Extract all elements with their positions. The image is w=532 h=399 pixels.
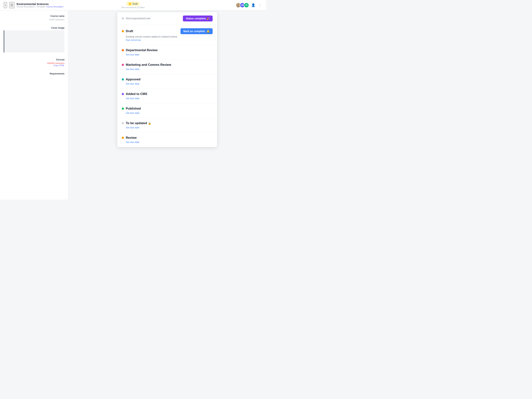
status-left-draft: Draft: [122, 29, 133, 33]
avatar-jd: JD: [244, 3, 249, 8]
status-name-not-populated: Not populated yet: [126, 17, 150, 20]
field-excerpt: Excerpt 449/400 characters Copy HTML: [4, 58, 64, 66]
header-right: AE JD 👤 ⋮: [236, 2, 262, 8]
draft-status-badge[interactable]: 🟡 Draft: [126, 2, 140, 6]
status-emoji: 🟡: [128, 2, 131, 5]
status-item-marketing-comms: Marketing and Comms Review Set due date: [117, 60, 217, 74]
status-left-to-be-updated: To be updated 🔒: [122, 121, 151, 125]
mark-complete-button[interactable]: Mark as complete 🔔: [180, 28, 213, 34]
status-row-departmental-review: Departmental Review: [122, 48, 213, 52]
course-name-label: Course name: [4, 15, 64, 17]
excerpt-count: 449/400 characters: [4, 62, 64, 64]
status-name-to-be-updated: To be updated 🔒: [126, 121, 151, 125]
status-complete-label: Status complete 🎉: [186, 17, 210, 20]
bell-icon: 🔔: [207, 30, 210, 33]
svg-point-2: [237, 6, 240, 7]
status-name-marketing-comms: Marketing and Comms Review: [126, 63, 171, 67]
breadcrumb-text: Course Descriptions • Template:: [17, 6, 46, 8]
dot-to-be-updated: [122, 122, 124, 124]
marketing-comms-set-due[interactable]: Set due date: [126, 68, 139, 70]
dot-published: [122, 108, 124, 110]
user-icon-button[interactable]: 👤: [250, 2, 256, 8]
avatar-group: AE JD: [236, 3, 249, 8]
status-left-not-populated: Not populated yet: [122, 17, 150, 20]
status-left-departmental-review: Departmental Review: [122, 48, 158, 52]
field-course-name: Course name 0/100 characters: [4, 15, 64, 21]
dot-departmental-review: [122, 49, 124, 51]
status-item-draft: Draft Mark as complete 🔔 Existing course…: [117, 25, 217, 45]
status-row-published: Published: [122, 107, 213, 110]
svg-point-1: [238, 4, 239, 6]
template-link[interactable]: Course Description: [46, 6, 63, 8]
published-set-due[interactable]: Set due date: [126, 112, 139, 114]
requirements-label: Requirements: [4, 72, 64, 75]
status-dropdown: Not populated yet Status complete 🎉 Draf…: [117, 12, 217, 147]
review-set-due[interactable]: Set due date: [126, 141, 139, 144]
status-row-added-cms: Added to CMS: [122, 92, 213, 96]
status-left-added-cms: Added to CMS: [122, 92, 147, 96]
status-name-approved: Approved: [126, 78, 140, 81]
dot-approved: [122, 78, 124, 81]
status-name-departmental-review: Departmental Review: [126, 48, 158, 52]
status-left-marketing-comms: Marketing and Comms Review: [122, 63, 171, 67]
course-name-count: 0/100 characters: [4, 19, 64, 21]
status-row-draft: Draft Mark as complete 🔔: [122, 28, 213, 34]
status-row-review: Review: [122, 136, 213, 140]
due-date-text: Due tomorrow at 12:00pm: [121, 6, 145, 8]
more-options-button[interactable]: ⋮: [258, 2, 262, 8]
status-row-marketing-comms: Marketing and Comms Review: [122, 63, 213, 67]
cover-image-placeholder: [4, 30, 64, 52]
dot-added-cms: [122, 93, 124, 95]
to-be-updated-set-due[interactable]: Set due date: [126, 126, 139, 129]
dot-marketing-comms: [122, 64, 124, 66]
menu-button[interactable]: ☰: [9, 2, 14, 8]
header-left: ‹ ☰ Environmental Sciences Course Descri…: [4, 2, 236, 8]
lock-icon: 🔒: [148, 122, 151, 125]
status-item-to-be-updated: To be updated 🔒 Set due date: [117, 118, 217, 133]
status-item-not-populated: Not populated yet Status complete 🎉: [117, 12, 217, 25]
added-cms-set-due[interactable]: Set due date: [126, 97, 139, 100]
status-item-published: Published Set due date: [117, 103, 217, 118]
dot-not-populated: [122, 17, 124, 19]
field-cover-image: Cover image: [4, 27, 64, 52]
right-panel: Not populated yet Status complete 🎉 Draf…: [68, 10, 266, 200]
dot-review: [122, 137, 124, 139]
breadcrumb: Course Descriptions • Template: Course D…: [17, 6, 63, 8]
status-name-draft: Draft: [126, 29, 133, 33]
draft-description: Existing course content added to GatherC…: [126, 35, 213, 38]
cover-image-label: Cover image: [4, 27, 64, 29]
status-left-published: Published: [122, 107, 141, 110]
status-name-published: Published: [126, 107, 141, 110]
mark-complete-label: Mark as complete: [184, 30, 205, 33]
status-label: Draft: [133, 2, 138, 5]
app-header: ‹ ☰ Environmental Sciences Course Descri…: [0, 0, 266, 10]
back-button[interactable]: ‹: [4, 2, 7, 8]
field-requirements: Requirements: [4, 72, 64, 75]
status-item-review: Review Set due date: [117, 133, 217, 147]
sidebar: Course name 0/100 characters Cover image…: [0, 10, 68, 200]
main-layout: Course name 0/100 characters Cover image…: [0, 10, 266, 200]
status-item-departmental-review: Departmental Review Set due date: [117, 45, 217, 60]
status-name-review: Review: [126, 136, 137, 140]
header-title-block: Environmental Sciences Course Descriptio…: [17, 2, 63, 8]
status-row-to-be-updated: To be updated 🔒: [122, 121, 213, 125]
approved-set-due[interactable]: Set due date: [126, 82, 139, 85]
status-item-added-cms: Added to CMS Set due date: [117, 89, 217, 103]
excerpt-label: Excerpt: [4, 58, 64, 61]
status-complete-button[interactable]: Status complete 🎉: [183, 16, 213, 21]
status-name-added-cms: Added to CMS: [126, 92, 147, 96]
departmental-review-set-due[interactable]: Set due date: [126, 53, 139, 56]
dot-draft: [122, 30, 124, 32]
page-title: Environmental Sciences: [17, 2, 63, 6]
draft-due-link[interactable]: Due tomorrow: [126, 39, 141, 41]
status-row-approved: Approved: [122, 78, 213, 81]
status-item-approved: Approved Set due date: [117, 74, 217, 89]
status-left-review: Review: [122, 136, 137, 140]
status-left-approved: Approved: [122, 78, 140, 81]
status-row-not-populated: Not populated yet Status complete 🎉: [122, 16, 213, 21]
header-center: 🟡 Draft Due tomorrow at 12:00pm: [121, 2, 145, 8]
copy-html-button[interactable]: Copy HTML: [4, 64, 64, 66]
